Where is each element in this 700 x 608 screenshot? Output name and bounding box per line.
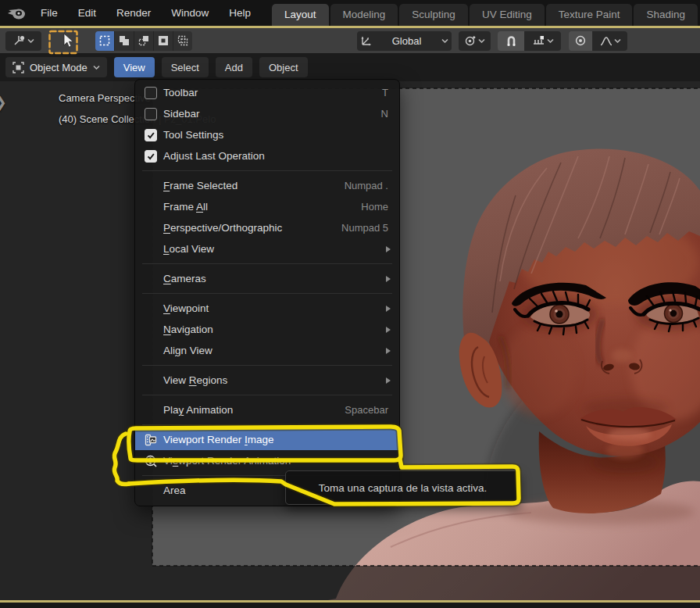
select-mode-extend-button[interactable] [115,31,134,51]
tab-sculpting[interactable]: Sculpting [399,4,468,26]
select-mode-set-button[interactable] [95,31,115,51]
tab-uv-editing[interactable]: UV Editing [470,4,545,26]
chevron-down-icon [93,65,100,70]
checkbox-checked-icon [145,129,157,141]
topbar-menu-render[interactable]: Render [106,0,161,26]
menu-separator [142,365,392,366]
tab-shading[interactable]: Shading [634,4,698,26]
menu-item-sidebar[interactable]: SidebarN [135,103,399,124]
menu-separator [142,424,392,425]
menu-item-label: Play Animation [163,404,345,416]
tab-modeling[interactable]: Modeling [330,4,398,26]
menu-item-shortcut: Numpad 5 [341,222,388,234]
topbar: FileEditRenderWindowHelp LayoutModelingS… [0,0,700,26]
header-menu-add[interactable]: Add [216,57,252,77]
submenu-arrow-icon [386,377,391,384]
blender-logo-icon [7,5,27,21]
menu-item-label: Viewpoint [163,302,386,314]
menu-separator [142,395,392,395]
menu-item-label: View Regions [163,374,386,386]
header-menu-view[interactable]: View [114,57,155,77]
menu-item-shortcut: Home [361,201,388,213]
tooltip-text: Toma una captura de la vista activa. [319,482,487,494]
tool-settings-bar: Global [0,28,700,53]
active-tool-button[interactable] [52,29,82,52]
topbar-menus: FileEditRenderWindowHelp [30,0,261,26]
menu-item-toolbar[interactable]: ToolbarT [135,82,399,103]
viewport-header: Object Mode ViewSelectAddObject [0,53,700,81]
snap-increment-icon [532,35,545,46]
menu-item-frame-all[interactable]: Frame AllHome [135,196,399,217]
topbar-menu-help[interactable]: Help [219,0,261,26]
menu-item-label: Adjust Last Operation [163,150,399,162]
blender-window: { "topbar": { "menus": ["File", "Edit", … [0,0,700,608]
menu-item-label: Tool Settings [163,129,399,141]
tooltip: Toma una captura de la vista activa. [285,470,520,505]
menu-item-view-regions[interactable]: View Regions [135,370,399,391]
menu-item-play-animation[interactable]: Play AnimationSpacebar [135,399,399,420]
mode-dropdown[interactable]: Object Mode [5,57,107,77]
proportional-edit-group [569,31,627,51]
menu-item-tool-settings[interactable]: Tool Settings [135,124,399,145]
header-menu-object[interactable]: Object [259,57,308,77]
menu-item-label: Viewport Render Image [163,434,399,445]
header-menu-select[interactable]: Select [162,57,209,77]
select-mode-subtract-button[interactable] [134,31,154,51]
menu-item-label: Sidebar [163,108,381,120]
falloff-curve-icon [600,36,612,46]
menu-item-frame-selected[interactable]: Frame SelectedNumpad . [135,175,399,196]
chevron-down-icon [27,38,34,43]
menu-separator [142,170,392,171]
menu-item-label: Align View [163,345,386,356]
render-animation-icon [141,455,160,467]
menu-item-shortcut: N [381,108,388,120]
menu-item-viewpoint[interactable]: Viewpoint [135,298,399,319]
menu-item-viewport-render-animation[interactable]: Viewport Render Animation [135,450,399,471]
falloff-dropdown[interactable] [592,31,627,51]
topbar-menu-file[interactable]: File [30,0,68,26]
menu-item-shortcut: Numpad . [345,180,388,191]
menu-item-perspective-orthographic[interactable]: Perspective/OrthographicNumpad 5 [135,217,399,238]
orientation-axes-icon [360,35,372,47]
proportional-edit-toggle[interactable] [569,31,592,51]
menu-item-adjust-last-operation[interactable]: Adjust Last Operation [135,145,399,166]
menu-item-local-view[interactable]: Local View [135,238,399,259]
menu-item-label: Navigation [163,324,386,335]
select-mode-intersect-button[interactable] [173,31,192,51]
menu-item-navigation[interactable]: Navigation [135,319,399,340]
menu-item-align-view[interactable]: Align View [135,340,399,361]
pivot-point-dropdown[interactable] [459,31,491,51]
menu-item-label: Perspective/Orthographic [163,222,341,234]
submenu-arrow-icon [386,246,391,252]
snap-group [498,31,561,51]
chevron-down-icon [614,38,621,43]
object-mode-icon [12,62,24,73]
menu-item-label: Frame Selected [163,180,345,191]
mode-label: Object Mode [30,62,88,73]
select-mode-invert-button[interactable] [154,31,173,51]
menu-item-viewport-render-image[interactable]: Viewport Render Image [135,429,399,450]
render-image-icon [141,434,160,446]
editor-3d-viewport-icon [13,34,26,47]
checkbox-checked-icon [145,150,157,163]
tab-texture-paint[interactable]: Texture Paint [546,4,633,26]
snap-settings-dropdown[interactable] [524,31,561,51]
cursor-tool-icon [61,33,74,48]
menu-item-shortcut: T [382,87,388,98]
submenu-arrow-icon [386,348,391,354]
transform-orientation-dropdown[interactable]: Global [357,31,452,51]
viewport-header-menus: ViewSelectAddObject [107,57,308,77]
snap-toggle-button[interactable] [498,31,524,51]
submenu-arrow-icon [386,327,391,333]
pivot-point-icon [464,35,476,47]
menu-item-cameras[interactable]: Cameras [135,268,399,289]
chevron-down-icon [547,38,554,43]
submenu-arrow-icon [386,306,391,312]
checkbox-unchecked-icon [145,87,157,99]
topbar-menu-window[interactable]: Window [161,0,219,26]
menu-item-label: Frame All [163,201,361,213]
topbar-menu-edit[interactable]: Edit [68,0,106,26]
toolbar-reveal-chevron-icon[interactable]: ❯ [0,93,7,111]
tab-layout[interactable]: Layout [272,4,329,26]
editor-type-dropdown[interactable] [5,31,41,51]
